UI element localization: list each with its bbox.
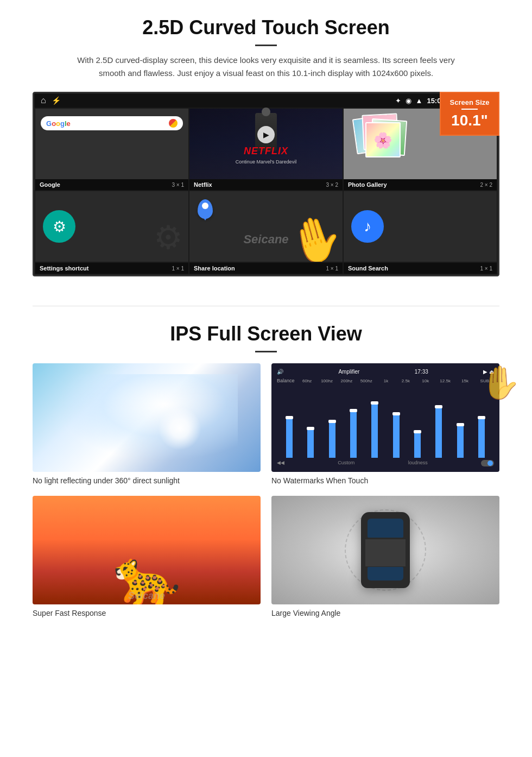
widget-row-2: ⚙ ⚙ 🤚 ♪ xyxy=(34,191,498,263)
settings-label-row: Settings shortcut 1 × 1 xyxy=(35,263,188,274)
section2-title: IPS Full Screen View xyxy=(33,323,499,345)
photo-widget-name: Photo Gallery xyxy=(348,181,387,188)
netflix-widget-size: 3 × 2 xyxy=(326,182,338,188)
sunlight-glow xyxy=(55,374,238,461)
maps-icon-area xyxy=(198,199,213,219)
section-ips: IPS Full Screen View No light reflecting… xyxy=(0,323,532,634)
cheetah-image: Seicane xyxy=(33,496,261,604)
widget-row-1: Google ▶ xyxy=(34,108,498,179)
screen-wrapper: Screen Size 10.1" ⌂ ⚡ ✦ ◉ ▲ 15:06 📷 ◁) ✕ xyxy=(33,92,499,276)
netflix-subtitle: Continue Marvel's Daredevil xyxy=(236,159,296,165)
eq-title: Amplifier xyxy=(338,369,359,375)
eq-toggle-switch[interactable] xyxy=(481,460,494,466)
title-divider-2 xyxy=(255,351,277,352)
eq-time: 17:33 xyxy=(415,369,428,375)
google-label-row: Google 3 × 1 xyxy=(35,179,188,190)
bluetooth-icon: ✦ xyxy=(395,97,401,105)
sunlight-image xyxy=(33,363,261,472)
settings-widget-size: 1 × 1 xyxy=(172,266,184,272)
sound-widget-name: Sound Search xyxy=(348,265,388,272)
eq-bar-6[interactable] xyxy=(393,414,400,458)
eq-bar-8[interactable] xyxy=(435,407,442,458)
eq-bar-9[interactable] xyxy=(457,425,464,458)
hand-icon: 🤚 xyxy=(283,212,343,262)
google-widget-name: Google xyxy=(40,181,60,188)
equalizer-label: No Watermarks When Touch xyxy=(271,476,499,485)
image-card-sunlight: No light reflecting under 360° direct su… xyxy=(33,363,261,485)
eq-bar-10[interactable] xyxy=(478,418,485,458)
widget-settings[interactable]: ⚙ ⚙ xyxy=(35,191,188,262)
section1-description: With 2.5D curved-display screen, this de… xyxy=(76,54,456,80)
eq-back-icon: 🔊 xyxy=(277,369,283,375)
google-widget-size: 3 × 1 xyxy=(172,182,184,188)
arrow-top-right: → xyxy=(477,500,491,514)
mic-icon xyxy=(169,119,178,128)
widget-share-location[interactable]: 🤚 xyxy=(189,191,343,262)
image-card-equalizer: 🔊 Amplifier 17:33 ▶ ⏏ Balance 60hz 100hz… xyxy=(271,363,499,485)
location-icon: ◉ xyxy=(406,97,411,105)
image-card-cheetah: Seicane Super Fast Response xyxy=(33,496,261,617)
netflix-label-row: Netflix 3 × 2 xyxy=(189,179,343,190)
eq-freq-labels: 60hz 100hz 200hz 500hz 1k 2.5k 10k 12.5k… xyxy=(298,379,494,383)
netflix-content: ▶ NETFLIX Continue Marvel's Daredevil xyxy=(231,119,301,169)
eq-bar-3[interactable] xyxy=(329,422,335,458)
maps-pin xyxy=(198,199,213,219)
screen-size-badge: Screen Size 10.1" xyxy=(440,92,499,136)
eq-toggle-label: loudness xyxy=(408,460,428,466)
eq-nav-back[interactable]: ◀◀ xyxy=(277,460,284,466)
share-widget-name: Share location xyxy=(194,265,235,272)
home-icon[interactable]: ⌂ xyxy=(41,96,46,105)
cheetah-label: Super Fast Response xyxy=(33,609,261,617)
sound-widget-size: 1 × 1 xyxy=(480,266,492,272)
car-top-view xyxy=(361,512,410,588)
share-label-row: Share location 1 × 1 xyxy=(189,263,343,274)
google-search-bar[interactable]: Google xyxy=(41,116,183,130)
cheetah-watermark: Seicane xyxy=(128,590,165,602)
photo-widget-size: 2 × 2 xyxy=(480,182,492,188)
eq-bar-4[interactable] xyxy=(350,411,357,458)
wifi-icon: ▲ xyxy=(416,97,423,105)
widget-google[interactable]: Google xyxy=(35,109,188,179)
share-widget-size: 1 × 1 xyxy=(326,266,338,272)
eq-bar-1[interactable] xyxy=(286,418,293,458)
widget-labels-row2: Settings shortcut 1 × 1 Share location 1… xyxy=(34,263,498,275)
photo-label-row: Photo Gallery 2 × 2 xyxy=(344,179,497,190)
eq-bar-2[interactable] xyxy=(307,429,314,458)
sound-label-row: Sound Search 1 × 1 xyxy=(344,263,497,274)
settings-icon: ⚙ xyxy=(43,210,75,243)
car-rear xyxy=(368,567,403,581)
maps-pin-inner xyxy=(202,203,208,209)
eq-balance-label: Balance xyxy=(277,378,295,383)
car-windshield xyxy=(368,519,403,538)
gear-bg-icon: ⚙ xyxy=(154,218,183,256)
usb-icon: ⚡ xyxy=(52,96,61,105)
eq-labels-row: Balance 60hz 100hz 200hz 500hz 1k 2.5k 1… xyxy=(277,378,494,383)
equalizer-image: 🔊 Amplifier 17:33 ▶ ⏏ Balance 60hz 100hz… xyxy=(271,363,499,472)
widget-netflix[interactable]: ▶ NETFLIX Continue Marvel's Daredevil xyxy=(189,109,343,179)
eq-bars-container xyxy=(277,386,494,458)
image-card-car: → → Large Viewing Angle xyxy=(271,496,499,617)
car-image: → → xyxy=(271,496,499,604)
settings-widget-name: Settings shortcut xyxy=(40,265,88,272)
sound-icon: ♪ xyxy=(351,210,384,243)
widget-sound-search[interactable]: ♪ xyxy=(344,191,497,262)
eq-top-bar: 🔊 Amplifier 17:33 ▶ ⏏ xyxy=(277,369,494,375)
section-curved-screen: 2.5D Curved Touch Screen With 2.5D curve… xyxy=(0,0,532,289)
maps-pin-bottom xyxy=(202,216,208,220)
android-screen: ⌂ ⚡ ✦ ◉ ▲ 15:06 📷 ◁) ✕ ▭ xyxy=(33,92,499,276)
netflix-play-btn[interactable]: ▶ xyxy=(257,126,275,143)
car-label: Large Viewing Angle xyxy=(271,609,499,617)
eq-bar-7[interactable] xyxy=(414,432,421,458)
sunlight-label: No light reflecting under 360° direct su… xyxy=(33,476,261,485)
eq-preset-btn[interactable]: Custom xyxy=(338,460,354,466)
title-divider-1 xyxy=(255,45,277,46)
section-divider xyxy=(33,306,499,306)
widget-labels-row1: Google 3 × 1 Netflix 3 × 2 Photo Gallery… xyxy=(34,179,498,191)
car-roof xyxy=(365,539,406,566)
eq-bar-5[interactable] xyxy=(371,403,378,458)
badge-size: 10.1" xyxy=(448,112,491,129)
eq-hand-icon: ✋ xyxy=(480,363,499,402)
photo-card-front: 🌸 xyxy=(365,122,401,157)
netflix-head xyxy=(262,108,270,116)
badge-label: Screen Size xyxy=(448,98,491,106)
